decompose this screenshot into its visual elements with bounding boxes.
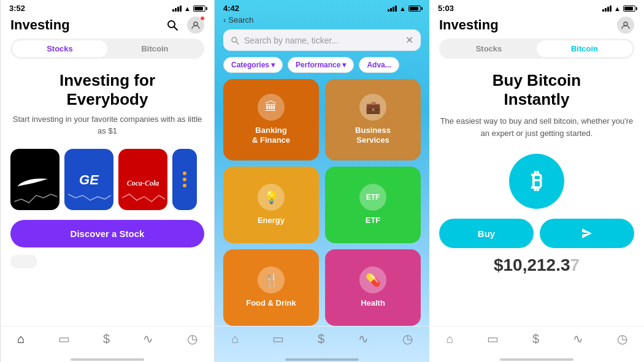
nav-tv-icon-2[interactable]: ▭: [272, 331, 284, 346]
app-title-1: Investing: [10, 17, 70, 33]
clear-search-button[interactable]: ✕: [405, 34, 413, 46]
filter-advanced[interactable]: Adva...: [359, 57, 399, 73]
nav-dollar-icon-1[interactable]: $: [103, 332, 110, 346]
app-header-1: Investing: [1, 14, 214, 39]
back-label: Search: [228, 15, 253, 25]
time-3: 5:03: [438, 4, 454, 13]
nav-tv-icon-3[interactable]: ▭: [487, 331, 499, 346]
status-icons-3: ▲: [602, 5, 635, 12]
stock-card-coke[interactable]: Coca‑Cola: [118, 149, 167, 210]
status-icons-1: ▲: [172, 5, 205, 12]
stock-card-nike[interactable]: [10, 149, 59, 210]
nav-tv-icon-1[interactable]: ▭: [58, 331, 70, 346]
filter-chips: Categories ▾ Performance ▾ Adva...: [215, 57, 429, 79]
bitcoin-price: $10,212.37: [429, 255, 644, 275]
hero-section-3: Buy BitcoinInstantly The easiest way to …: [429, 66, 644, 144]
performance-arrow-icon: ▾: [342, 61, 346, 69]
etf-label: ETF: [366, 216, 381, 226]
tab-stocks-3[interactable]: Stocks: [441, 40, 537, 57]
profile-button-3[interactable]: [617, 17, 634, 34]
nav-clock-icon-2[interactable]: ◷: [402, 331, 413, 346]
category-banking[interactable]: 🏛 Banking& Finance: [223, 79, 319, 160]
nav-activity-icon-2[interactable]: ∿: [358, 331, 369, 346]
discover-stock-button[interactable]: Discover a Stock: [10, 220, 204, 247]
categories-arrow-icon: ▾: [271, 61, 275, 69]
hero-section-1: Investing forEverybody Start investing i…: [1, 66, 214, 141]
search-input-2[interactable]: Search by name, ticker...: [244, 36, 401, 45]
stock-card-partial: [172, 149, 197, 210]
banking-icon: 🏛: [258, 94, 285, 121]
hero-subtext-3: The easiest way to buy and sell bitcoin,…: [439, 115, 634, 139]
time-1: 3:52: [9, 4, 25, 13]
nav-activity-icon-3[interactable]: ∿: [573, 331, 583, 346]
search-icon: [166, 19, 178, 31]
etf-icon: ETF: [359, 184, 386, 211]
bottom-preview: [1, 255, 214, 268]
nav-activity-icon-1[interactable]: ∿: [143, 331, 153, 346]
nav-home-icon-1[interactable]: ⌂: [17, 332, 25, 346]
tab-bitcoin-1[interactable]: Bitcoin: [107, 40, 202, 57]
notification-dot: [200, 16, 205, 21]
hero-heading-3: Buy BitcoinInstantly: [439, 71, 634, 109]
nav-home-icon-3[interactable]: ⌂: [446, 332, 453, 346]
coke-logo: Coca‑Cola: [122, 179, 164, 188]
nav-clock-icon-1[interactable]: ◷: [187, 331, 197, 346]
nav-home-icon-2[interactable]: ⌂: [231, 332, 239, 346]
header-icons-1: [164, 17, 204, 34]
battery-icon-2: [408, 6, 421, 12]
status-bar-3: 5:03 ▲: [429, 0, 644, 14]
home-indicator-3: [500, 358, 573, 361]
nav-dollar-icon-2[interactable]: $: [318, 332, 324, 346]
bitcoin-logo: ₿: [509, 154, 564, 209]
energy-label: Energy: [258, 216, 285, 226]
buy-button[interactable]: Buy: [439, 219, 534, 248]
status-bar-2: 4:42 ▲: [215, 0, 429, 14]
svg-line-4: [236, 42, 239, 44]
ge-logo: GE: [68, 172, 110, 188]
banking-label: Banking& Finance: [252, 126, 290, 146]
stock-cards-row: GE Coca‑Cola: [1, 141, 214, 217]
category-health[interactable]: 💊 Health: [325, 249, 421, 326]
time-2: 4:42: [223, 4, 239, 13]
signal-icon: [172, 6, 182, 12]
category-business[interactable]: 💼 BusinessServices: [325, 79, 421, 160]
signal-icon-3: [602, 6, 611, 12]
send-icon: [581, 227, 593, 239]
svg-point-5: [624, 22, 627, 26]
categories-label: Categories: [231, 61, 269, 69]
phone-1-investing: 3:52 ▲ Investing: [0, 0, 215, 362]
tab-bar-3: Stocks Bitcoin: [439, 39, 634, 59]
battery-icon: [193, 6, 205, 12]
bitcoin-symbol: ₿: [531, 168, 542, 194]
filter-categories[interactable]: Categories ▾: [223, 57, 283, 73]
app-title-3: Investing: [439, 17, 499, 33]
energy-icon: 💡: [258, 184, 285, 211]
health-label: Health: [361, 298, 385, 309]
wifi-icon-3: ▲: [614, 5, 621, 12]
sparkline-nike: [14, 189, 57, 206]
back-search-nav[interactable]: ‹ Search: [215, 14, 429, 27]
bottom-nav-2: ⌂ ▭ $ ∿ ◷: [215, 326, 429, 356]
tab-bar-1: Stocks Bitcoin: [10, 39, 204, 59]
category-food[interactable]: 🍴 Food & Drink: [223, 249, 319, 326]
home-indicator-2: [285, 358, 359, 361]
profile-button-1[interactable]: [187, 17, 204, 34]
filter-performance[interactable]: Performance ▾: [288, 57, 354, 73]
sparkline-ge: [68, 189, 111, 206]
stock-card-ge[interactable]: GE: [64, 149, 113, 210]
advanced-label: Adva...: [367, 61, 391, 69]
bottom-nav-1: ⌂ ▭ $ ∿ ◷: [1, 326, 214, 356]
search-icon-2: [231, 36, 239, 45]
tab-stocks-1[interactable]: Stocks: [12, 40, 107, 57]
search-button-1[interactable]: [164, 17, 181, 34]
food-icon: 🍴: [258, 266, 285, 293]
nav-clock-icon-3[interactable]: ◷: [617, 331, 627, 346]
send-button[interactable]: [540, 219, 634, 248]
status-icons-2: ▲: [388, 5, 421, 12]
categories-grid: 🏛 Banking& Finance 💼 BusinessServices 💡 …: [215, 79, 429, 326]
person-icon: [191, 20, 201, 30]
tab-bitcoin-3[interactable]: Bitcoin: [537, 40, 632, 57]
category-etf[interactable]: ETF ETF: [325, 167, 421, 243]
nav-dollar-icon-3[interactable]: $: [532, 332, 539, 346]
category-energy[interactable]: 💡 Energy: [223, 167, 319, 243]
